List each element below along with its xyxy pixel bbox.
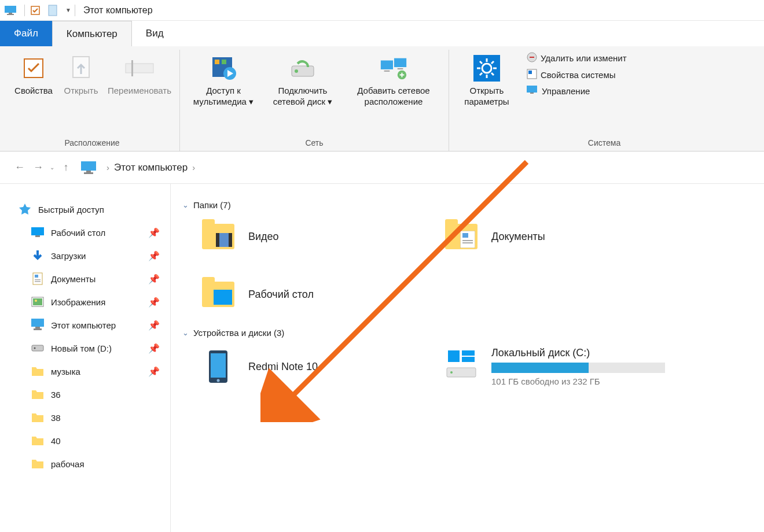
main-body: Быстрый доступ Рабочий стол📌Загрузки📌Док… — [0, 184, 764, 532]
address-bar: ← → ⌄ ↑ › Этот компьютер › — [0, 152, 764, 184]
ribbon: Свойства Открыть Переименовать Расположе… — [0, 46, 764, 152]
svg-rect-55 — [229, 233, 232, 247]
manage-button[interactable]: Управление — [527, 86, 627, 97]
breadcrumb-location[interactable]: Этот компьютер — [114, 162, 188, 173]
svg-rect-12 — [222, 60, 226, 64]
svg-rect-46 — [33, 298, 42, 305]
forward-button[interactable]: → — [29, 158, 47, 177]
group-label-network: Сеть — [305, 135, 323, 151]
svg-rect-37 — [86, 171, 91, 172]
qat-dropdown-icon[interactable]: ▼ — [65, 7, 71, 13]
device-phone[interactable]: Redmi Note 10 — [200, 347, 408, 386]
svg-point-67 — [450, 371, 453, 374]
sidebar-item[interactable]: 36 — [17, 383, 166, 406]
tab-view[interactable]: Вид — [132, 21, 178, 46]
system-properties-button[interactable]: Свойства системы — [527, 69, 627, 81]
svg-rect-34 — [527, 86, 537, 93]
folder-icon — [30, 434, 45, 448]
add-network-location-button[interactable]: Добавить сетевое расположение — [344, 50, 443, 135]
qat-properties-icon[interactable] — [28, 3, 42, 17]
ribbon-tabs: Файл Компьютер Вид — [0, 21, 764, 46]
qat-new-icon[interactable] — [46, 3, 60, 17]
pin-icon: 📌 — [148, 366, 160, 377]
svg-rect-61 — [211, 353, 226, 378]
group-label-location: Расположение — [64, 135, 119, 151]
pin-icon: 📌 — [148, 320, 160, 331]
svg-rect-40 — [35, 235, 40, 237]
sidebar-item[interactable]: Новый том (D:)📌 — [17, 337, 166, 360]
svg-rect-58 — [462, 240, 473, 241]
open-button[interactable]: Открыть — [58, 50, 104, 135]
sidebar-item[interactable]: 38 — [17, 406, 166, 429]
ribbon-group-network: Доступ к мультимедиа ▾ Подключить сетево… — [180, 50, 449, 151]
svg-rect-43 — [35, 279, 41, 280]
folder-icon — [30, 411, 45, 424]
sidebar-item[interactable]: Документы📌 — [17, 267, 166, 290]
tab-computer[interactable]: Компьютер — [52, 21, 132, 46]
svg-rect-31 — [530, 57, 534, 58]
ribbon-group-location: Свойства Открыть Переименовать Расположе… — [5, 50, 180, 151]
sidebar: Быстрый доступ Рабочий стол📌Загрузки📌Док… — [0, 184, 171, 532]
svg-rect-16 — [394, 58, 406, 67]
up-button[interactable]: ↑ — [57, 158, 75, 177]
sidebar-item[interactable]: Этот компьютер📌 — [17, 313, 166, 337]
folder-videos[interactable]: Видео — [200, 219, 408, 254]
svg-point-62 — [217, 379, 220, 382]
pin-icon: 📌 — [148, 250, 160, 261]
phone-icon — [200, 349, 237, 384]
title-bar: ▼ Этот компьютер — [0, 0, 764, 21]
folder-desktop[interactable]: Рабочий стол — [200, 277, 408, 312]
svg-rect-65 — [462, 357, 475, 362]
svg-rect-51 — [32, 345, 43, 351]
svg-rect-59 — [462, 242, 473, 243]
drive-icon — [443, 347, 480, 382]
svg-rect-35 — [530, 93, 534, 94]
back-button[interactable]: ← — [10, 158, 29, 177]
svg-rect-57 — [462, 233, 468, 238]
sidebar-item[interactable]: Загрузки📌 — [17, 244, 166, 267]
sidebar-item[interactable]: Рабочий стол📌 — [17, 221, 166, 244]
uninstall-button[interactable]: Удалить или изменит — [527, 52, 627, 64]
properties-button[interactable]: Свойства — [10, 50, 57, 135]
desktop-icon — [30, 226, 45, 239]
sidebar-item[interactable]: Изображения📌 — [17, 290, 166, 313]
folder-icon — [200, 277, 237, 312]
documents-icon — [30, 272, 45, 286]
device-local-disk[interactable]: Локальный диск (C:) 101 ГБ свободно из 2… — [443, 347, 665, 386]
pin-icon: 📌 — [148, 227, 160, 238]
svg-rect-4 — [49, 5, 57, 16]
sidebar-item[interactable]: музыка📌 — [17, 360, 166, 383]
drive-icon — [30, 341, 45, 355]
map-drive-button[interactable]: Подключить сетевой диск ▾ — [262, 50, 343, 135]
folder-icon — [30, 387, 45, 401]
settings-gear-icon — [472, 53, 502, 83]
breadcrumb-arrow-icon[interactable]: › — [106, 162, 109, 172]
folder-icon — [443, 219, 480, 254]
sidebar-item[interactable]: рабочая — [17, 452, 166, 475]
section-folders[interactable]: ⌄ Папки (7) — [182, 200, 752, 210]
media-access-button[interactable]: Доступ к мультимедиа ▾ — [186, 50, 261, 135]
pc-icon — [81, 161, 96, 174]
open-settings-button[interactable]: Открыть параметры — [455, 50, 519, 135]
open-icon — [66, 53, 96, 83]
window-icon — [3, 3, 17, 17]
rename-button[interactable]: Переименовать — [105, 50, 174, 135]
svg-rect-54 — [216, 233, 219, 247]
history-dropdown[interactable]: ⌄ — [50, 164, 54, 171]
disk-usage-bar — [491, 363, 665, 373]
map-drive-icon — [288, 53, 318, 83]
section-devices[interactable]: ⌄ Устройства и диски (3) — [182, 328, 752, 338]
pc-icon — [30, 318, 45, 332]
sidebar-item[interactable]: 40 — [17, 429, 166, 452]
pin-icon: 📌 — [148, 343, 160, 354]
svg-rect-0 — [5, 6, 16, 13]
ribbon-group-system: Открыть параметры Удалить или изменит Св… — [449, 50, 759, 151]
svg-rect-50 — [34, 328, 42, 330]
breadcrumb-arrow-icon[interactable]: › — [192, 162, 195, 172]
svg-point-52 — [34, 348, 36, 349]
svg-rect-11 — [215, 60, 219, 64]
folder-documents[interactable]: Документы — [443, 219, 651, 254]
svg-rect-63 — [448, 350, 460, 362]
sidebar-quick-access[interactable]: Быстрый доступ — [17, 198, 166, 221]
tab-file[interactable]: Файл — [0, 21, 52, 46]
